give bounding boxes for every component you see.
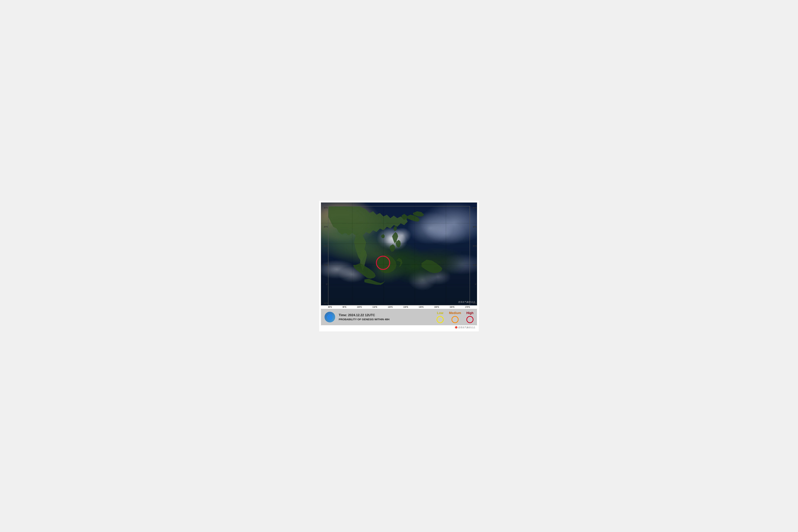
probability-label: PROBABILITY OF GENESIS WITHIN 48H [339, 318, 433, 321]
lon-b-130e: 130°E [403, 306, 408, 308]
bottom-watermark: 🔴 @喜欢气象的点点 [321, 325, 477, 330]
lon-b-170e: 170°E [465, 306, 470, 308]
lon-b-110e: 110°E [373, 306, 377, 308]
lon-labels-bottom: 80°E 90°E 100°E 110°E 120°E 130°E 140°E … [321, 305, 477, 309]
lon-b-80e: 80°E [328, 306, 332, 308]
legend-high-label: High [467, 311, 474, 315]
time-display: Time: 2024.12.22 12UTC [339, 314, 433, 317]
lon-b-140e: 140°E [419, 306, 423, 308]
weibo-icon: 🔴 [455, 326, 458, 329]
watermark-text: @喜欢气象的点点 [458, 326, 475, 329]
legend-high-circle [467, 316, 474, 323]
legend-items: Low Medium High [437, 311, 474, 323]
main-container: 80°E 90°E 100°E 110°E 120°E 130°E 140°E … [319, 201, 479, 331]
info-text-block: Time: 2024.12.22 12UTC PROBABILITY OF GE… [339, 314, 433, 321]
lon-b-150e: 150°E [434, 306, 439, 308]
lon-b-120e: 120°E [388, 306, 393, 308]
dragon-icon: 🌀 [327, 314, 333, 320]
legend-low-label: Low [437, 311, 443, 315]
legend-high: High [467, 311, 474, 323]
map-background [321, 203, 477, 305]
organization-logo: 🌀 [324, 312, 335, 322]
satellite-map: 40°N 30°N 20°N 10°N 0° 10°S 40°N 30°N 20… [321, 203, 477, 305]
footer-legend: 🌀 Time: 2024.12.22 12UTC PROBABILITY OF … [321, 309, 477, 325]
map-wrapper: 80°E 90°E 100°E 110°E 120°E 130°E 140°E … [321, 203, 477, 309]
legend-low-circle [437, 316, 444, 323]
legend-medium-label: Medium [449, 311, 461, 315]
lon-b-100e: 100°E [357, 306, 362, 308]
lon-b-90e: 90°E [343, 306, 346, 308]
lon-b-160e: 160°E [450, 306, 455, 308]
legend-low: Low [437, 311, 444, 323]
legend-medium: Medium [449, 311, 461, 323]
legend-medium-circle [452, 316, 459, 323]
